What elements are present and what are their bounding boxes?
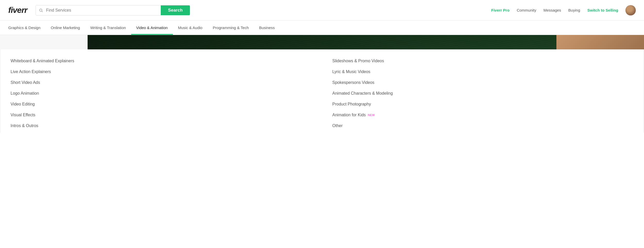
- search-input[interactable]: [46, 5, 161, 15]
- avatar-image: [625, 5, 636, 15]
- dropdown-item-lyric-music[interactable]: Lyric & Music Videos: [332, 66, 633, 77]
- svg-point-0: [40, 9, 42, 11]
- dropdown-item-video-editing[interactable]: Video Editing: [11, 99, 312, 110]
- dropdown-item-short-video[interactable]: Short Video Ads: [11, 77, 312, 88]
- cat-video-animation[interactable]: Video & Animation: [131, 21, 173, 35]
- cat-programming-tech[interactable]: Programming & Tech: [208, 21, 254, 35]
- cat-music-audio[interactable]: Music & Audio: [173, 21, 208, 35]
- fiverr-pro-link[interactable]: Fiverr Pro: [491, 8, 510, 12]
- avatar[interactable]: [625, 5, 636, 15]
- new-badge: NEW: [368, 113, 375, 117]
- dropdown-item-slideshows[interactable]: Slideshows & Promo Videos: [332, 56, 633, 66]
- fiverr-logo[interactable]: fiverr: [8, 5, 27, 15]
- dropdown-item-other[interactable]: Other: [332, 120, 633, 131]
- buying-link[interactable]: Buying: [568, 8, 580, 12]
- dropdown-col-1: Whiteboard & Animated Explainers Live Ac…: [0, 56, 322, 131]
- header-nav: Fiverr Pro Community Messages Buying Swi…: [491, 5, 636, 15]
- search-button[interactable]: Search: [161, 5, 190, 15]
- dropdown-item-logo-animation[interactable]: Logo Animation: [11, 88, 312, 99]
- dropdown-item-live-action[interactable]: Live Action Explainers: [11, 66, 312, 77]
- dropdown-item-animation-kids[interactable]: Animation for Kids NEW: [332, 110, 633, 120]
- search-bar: Search: [36, 5, 190, 15]
- dropdown-item-spokespersons[interactable]: Spokespersons Videos: [332, 77, 633, 88]
- dropdown-item-visual-effects[interactable]: Visual Effects: [11, 110, 312, 120]
- category-nav: Graphics & Design Online Marketing Writi…: [0, 21, 644, 35]
- svg-line-1: [42, 11, 43, 12]
- dropdown-content: Whiteboard & Animated Explainers Live Ac…: [0, 49, 644, 133]
- category-nav-wrapper: Graphics & Design Online Marketing Writi…: [0, 21, 644, 35]
- dropdown-col-2: Slideshows & Promo Videos Lyric & Music …: [322, 56, 644, 131]
- dropdown-item-whiteboard[interactable]: Whiteboard & Animated Explainers: [11, 56, 312, 66]
- cat-graphics-design[interactable]: Graphics & Design: [8, 21, 46, 35]
- header: fiverr Search Fiverr Pro Community Messa…: [0, 0, 644, 21]
- cat-writing-translation[interactable]: Writing & Translation: [85, 21, 131, 35]
- dropdown-item-intros-outros[interactable]: Intros & Outros: [11, 120, 312, 131]
- search-icon: [36, 5, 46, 15]
- switch-selling-link[interactable]: Switch to Selling: [587, 8, 618, 12]
- messages-link[interactable]: Messages: [544, 8, 561, 12]
- cat-business[interactable]: Business: [254, 21, 280, 35]
- dropdown-item-product-photography[interactable]: Product Photography: [332, 99, 633, 110]
- dropdown-item-animated-characters[interactable]: Animated Characters & Modeling: [332, 88, 633, 99]
- community-link[interactable]: Community: [517, 8, 536, 12]
- cat-online-marketing[interactable]: Online Marketing: [46, 21, 85, 35]
